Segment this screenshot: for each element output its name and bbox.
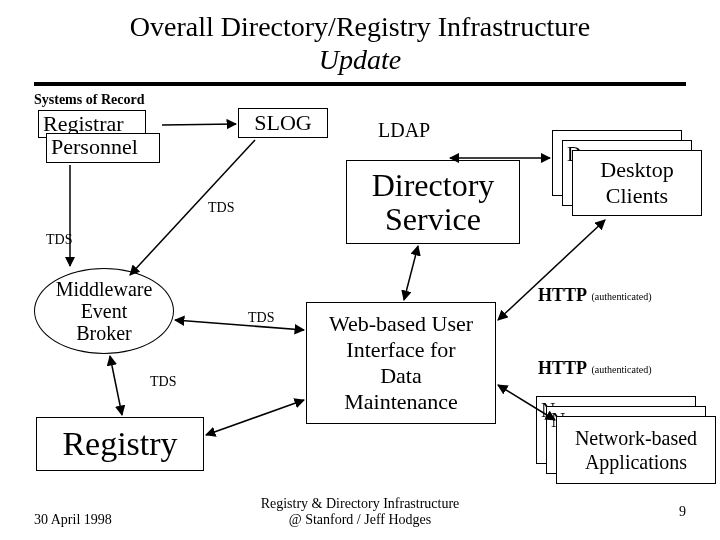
tds-label-1: TDS <box>208 200 234 216</box>
footer-center: Registry & Directory Infrastructure @ St… <box>0 496 720 528</box>
registry-text: Registry <box>62 425 177 463</box>
web-l4: Maintenance <box>344 389 458 414</box>
svg-line-3 <box>110 356 122 415</box>
middleware-l2: Event <box>81 300 128 322</box>
footer-center-l1: Registry & Directory Infrastructure <box>261 496 460 511</box>
slog-text: SLOG <box>254 110 311 136</box>
registry-box: Registry <box>36 417 204 471</box>
http-auth-2: (authenticated) <box>592 364 652 375</box>
title-underline <box>34 82 686 86</box>
network-apps-stack: N N Network-based Applications <box>536 396 720 496</box>
page-title: Overall Directory/Registry Infrastructur… <box>0 10 720 76</box>
netapps-l2: Applications <box>585 451 687 473</box>
systems-of-record-label: Systems of Record <box>34 92 144 108</box>
title-line1: Overall Directory/Registry Infrastructur… <box>130 11 590 42</box>
ds-l2: Service <box>385 201 481 237</box>
ds-l1: Directory <box>372 167 495 203</box>
footer-page-number: 9 <box>679 504 686 520</box>
tds-label-4: TDS <box>150 374 176 390</box>
directory-service-text: Directory Service <box>372 168 495 236</box>
middleware-text: Middleware Event Broker <box>56 278 153 344</box>
netapps-l1: Network-based <box>575 427 697 449</box>
ldap-label: LDAP <box>378 118 430 142</box>
tds-label-2: TDS <box>46 232 72 248</box>
middleware-l3: Broker <box>76 322 132 344</box>
web-l3: Data <box>380 363 422 388</box>
middleware-l1: Middleware <box>56 278 153 300</box>
http-text-1: HTTP <box>538 285 587 305</box>
http-label-2: HTTP (authenticated) <box>538 358 651 379</box>
directory-service-box: Directory Service <box>346 160 520 244</box>
svg-line-4 <box>175 320 304 330</box>
web-l2: Interface for <box>346 337 455 362</box>
svg-line-5 <box>206 400 304 435</box>
middleware-broker-ellipse: Middleware Event Broker <box>34 268 174 354</box>
sor-personnel-box: Personnel <box>46 133 160 163</box>
slide: Overall Directory/Registry Infrastructur… <box>0 0 720 540</box>
svg-line-0 <box>162 124 236 125</box>
title-line2: Update <box>319 44 401 75</box>
svg-line-7 <box>404 246 418 300</box>
netapps-front-text: Network-based Applications <box>575 426 697 474</box>
footer-center-l2: @ Stanford / Jeff Hodges <box>289 512 432 527</box>
http-text-2: HTTP <box>538 358 587 378</box>
desktop-clients-stack: D Desktop Clients <box>552 130 702 220</box>
desktop-layer-front: Desktop Clients <box>572 150 702 216</box>
tds-label-3: TDS <box>248 310 274 326</box>
desktop-l1: Desktop <box>600 157 673 182</box>
desktop-front-text: Desktop Clients <box>600 157 673 209</box>
sor-personnel-text: Personnel <box>51 134 138 159</box>
slog-box: SLOG <box>238 108 328 138</box>
http-auth-1: (authenticated) <box>592 291 652 302</box>
web-ui-box: Web-based User Interface for Data Mainte… <box>306 302 496 424</box>
web-ui-text: Web-based User Interface for Data Mainte… <box>329 311 473 415</box>
netapps-layer-front: Network-based Applications <box>556 416 716 484</box>
desktop-l2: Clients <box>606 183 668 208</box>
http-label-1: HTTP (authenticated) <box>538 285 651 306</box>
web-l1: Web-based User <box>329 311 473 336</box>
